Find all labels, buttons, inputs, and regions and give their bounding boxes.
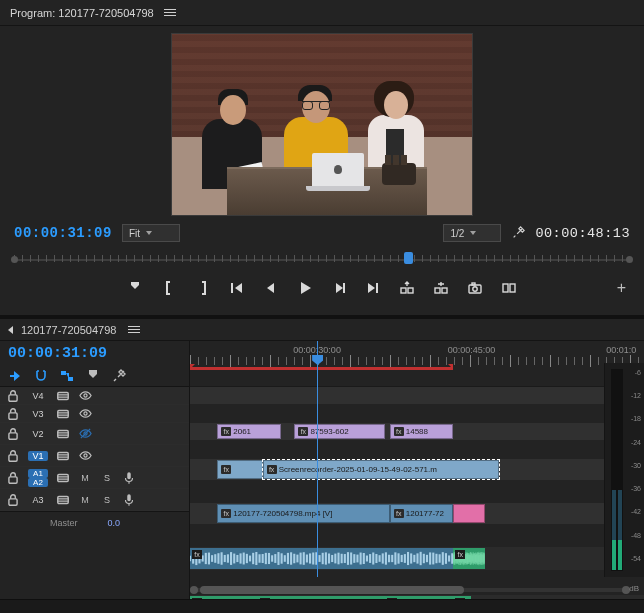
footer-value[interactable]: 0.0 — [108, 518, 121, 528]
audio-clip[interactable]: fx — [385, 596, 453, 599]
panel-menu-icon[interactable] — [164, 9, 176, 16]
toggle-track-output-icon[interactable] — [78, 427, 92, 441]
toggle-track-output-icon[interactable] — [78, 389, 92, 403]
track-target[interactable]: V2 — [28, 429, 48, 439]
source-patch-icon[interactable] — [56, 449, 70, 463]
video-track-v2[interactable]: fxfxScreenrecorder-2025-01-09-15-49-02-5… — [190, 459, 644, 481]
settings-wrench-icon[interactable] — [511, 226, 525, 240]
video-track-v4[interactable] — [190, 387, 644, 405]
audio-clip[interactable]: fx — [453, 548, 485, 569]
clip[interactable]: fx — [217, 460, 262, 479]
svg-rect-4 — [343, 283, 345, 293]
toggle-track-output-icon[interactable] — [78, 407, 92, 421]
audio-clip[interactable]: fx — [258, 596, 385, 599]
comparison-view-icon[interactable] — [501, 280, 517, 296]
audio-clip[interactable]: fx — [190, 596, 258, 599]
bracket-out-icon[interactable] — [195, 280, 211, 296]
sequence-tab[interactable]: 120177-720504798 — [21, 324, 116, 336]
svg-rect-7 — [408, 288, 413, 293]
clip[interactable]: fx2061 — [217, 424, 281, 439]
lock-icon[interactable] — [6, 449, 20, 463]
panel-menu-icon[interactable] — [128, 326, 140, 333]
toggle-track-output-icon[interactable] — [78, 449, 92, 463]
audio-track-header-a3[interactable]: A3MS — [0, 489, 189, 511]
lift-icon[interactable] — [399, 280, 415, 296]
solo-button[interactable]: S — [100, 493, 114, 507]
lock-icon[interactable] — [6, 471, 20, 485]
svg-rect-18 — [58, 392, 69, 399]
video-track-header-v3[interactable]: V3 — [0, 405, 189, 423]
video-track-v3[interactable]: fx2061fx87593-602fx14588 — [190, 423, 644, 441]
clip[interactable]: fx14588 — [390, 424, 454, 439]
button-editor-plus-icon[interactable]: + — [617, 279, 626, 297]
audio-clip[interactable]: fx — [190, 548, 453, 569]
track-target[interactable]: V1 — [28, 451, 48, 461]
meter-tick: -24 — [631, 439, 641, 446]
clip-label: Screenrecorder-2025-01-09-15-49-02-571.m — [279, 465, 437, 474]
source-patch-icon[interactable] — [56, 407, 70, 421]
program-monitor[interactable] — [0, 26, 644, 222]
step-back-icon[interactable] — [263, 280, 279, 296]
program-header: Program: 120177-720504798 — [0, 0, 644, 26]
video-track-header-v1[interactable]: V1 — [0, 445, 189, 467]
extract-icon[interactable] — [433, 280, 449, 296]
resolution-select[interactable]: 1/2 — [443, 224, 501, 242]
program-playhead[interactable] — [404, 252, 413, 264]
wrench-icon[interactable] — [112, 369, 126, 383]
zoom-select[interactable]: Fit — [122, 224, 180, 242]
program-scrub-bar[interactable] — [14, 250, 630, 270]
track-target[interactable]: V4 — [28, 391, 48, 401]
step-forward-icon[interactable] — [331, 280, 347, 296]
snap-icon[interactable] — [34, 369, 48, 383]
work-area-bar[interactable] — [190, 367, 453, 370]
svg-rect-33 — [58, 496, 69, 503]
clip[interactable]: fxScreenrecorder-2025-01-09-15-49-02-571… — [263, 460, 499, 479]
time-ruler[interactable]: 00:00:30:0000:00:45:0000:01:0 — [190, 341, 644, 387]
clip[interactable]: fx87593-602 — [294, 424, 385, 439]
track-target[interactable]: V3 — [28, 409, 48, 419]
fx-badge-icon: fx — [267, 465, 277, 474]
lock-icon[interactable] — [6, 427, 20, 441]
video-track-v1[interactable]: fx120177-720504798.mp4 [V]fx120177-72 — [190, 503, 644, 525]
linked-selection-icon[interactable] — [60, 369, 74, 383]
svg-rect-30 — [58, 474, 69, 481]
timeline-h-scroll[interactable] — [190, 585, 630, 595]
source-patch-icon[interactable] — [56, 493, 70, 507]
clip[interactable]: fx120177-720504798.mp4 [V] — [217, 504, 390, 523]
bracket-in-icon[interactable] — [161, 280, 177, 296]
audio-track-a3[interactable]: fxfxfxfx — [190, 595, 644, 599]
go-to-out-icon[interactable] — [365, 280, 381, 296]
audio-track-a1[interactable]: fxfx — [190, 547, 644, 571]
export-frame-icon[interactable] — [467, 280, 483, 296]
audio-clip[interactable]: fx — [453, 596, 471, 599]
audio-track-header-a1-a2[interactable]: A1A2MS — [0, 467, 189, 489]
source-patch-icon[interactable] — [56, 471, 70, 485]
lock-icon[interactable] — [6, 389, 20, 403]
lock-icon[interactable] — [6, 493, 20, 507]
timeline-playhead[interactable] — [317, 341, 318, 577]
program-current-timecode[interactable]: 00:00:31:09 — [14, 225, 112, 241]
timeline-area[interactable]: 00:00:30:0000:00:45:0000:01:0 fx2061fx87… — [190, 341, 644, 599]
prev-sequence-icon[interactable] — [8, 326, 13, 334]
mark-in-icon[interactable] — [127, 280, 143, 296]
source-patch-icon[interactable] — [56, 427, 70, 441]
fx-badge-icon: fx — [298, 427, 308, 436]
meter-unit: dB — [629, 584, 639, 593]
video-track-header-v2[interactable]: V2 — [0, 423, 189, 445]
mute-button[interactable]: M — [78, 493, 92, 507]
play-icon[interactable] — [297, 280, 313, 296]
clip[interactable]: fx120177-72 — [390, 504, 454, 523]
video-track-header-v4[interactable]: V4 — [0, 387, 189, 405]
source-patch-icon[interactable] — [56, 389, 70, 403]
solo-button[interactable]: S — [100, 471, 114, 485]
clip[interactable] — [453, 504, 485, 523]
voice-over-icon[interactable] — [122, 471, 136, 485]
voice-over-icon[interactable] — [122, 493, 136, 507]
go-to-in-icon[interactable] — [229, 280, 245, 296]
insert-mode-icon[interactable] — [8, 369, 22, 383]
mute-button[interactable]: M — [78, 471, 92, 485]
video-frame — [171, 33, 473, 216]
marker-icon[interactable] — [86, 369, 100, 383]
timeline-current-timecode[interactable]: 00:00:31:09 — [8, 345, 107, 362]
lock-icon[interactable] — [6, 407, 20, 421]
